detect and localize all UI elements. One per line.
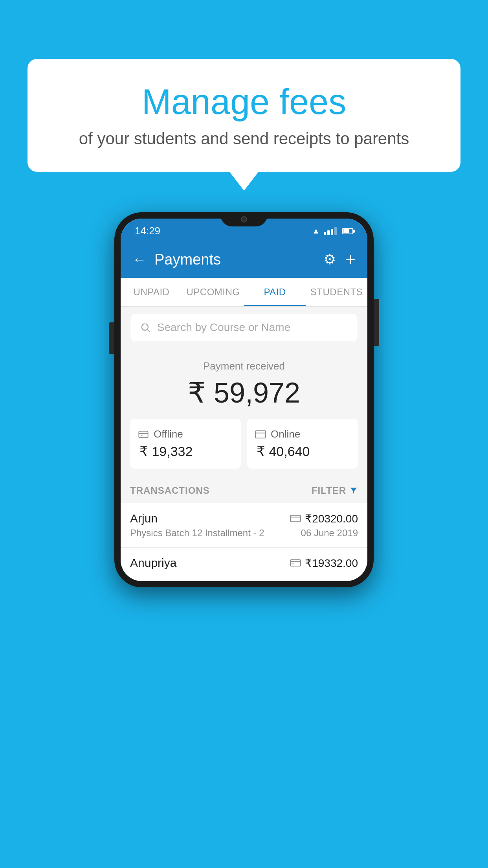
svg-point-0 (142, 324, 148, 330)
payment-summary: Payment received ₹ 59,972 (121, 348, 367, 478)
notch-camera (241, 216, 247, 223)
online-label: Online (271, 428, 300, 440)
header-right: ⚙ + (323, 250, 356, 269)
bubble-subtitle: of your students and send receipts to pa… (59, 129, 429, 148)
bubble-title: Manage fees (59, 83, 429, 121)
settings-button[interactable]: ⚙ (323, 251, 336, 268)
phone-notch (220, 212, 268, 226)
transaction-date-1: 06 June 2019 (301, 528, 358, 539)
background: Manage fees of your students and send re… (0, 0, 488, 868)
transaction-name-2: Anupriya (130, 556, 176, 570)
filter-icon (349, 486, 358, 495)
svg-rect-10 (290, 560, 301, 566)
tab-students[interactable]: STUDENTS (306, 278, 367, 306)
search-box[interactable]: Search by Course or Name (130, 314, 358, 341)
phone-screen: 14:29 ▲ (121, 219, 367, 581)
online-icon (255, 429, 266, 440)
search-container: Search by Course or Name (121, 307, 367, 348)
back-button[interactable]: ← (132, 251, 147, 268)
svg-rect-5 (255, 430, 266, 438)
transaction-row[interactable]: Anupriya ₹19332.00 (121, 548, 367, 581)
offline-amount: ₹ 19,332 (138, 443, 233, 459)
payment-total: ₹ 59,972 (130, 376, 358, 409)
filter-button[interactable]: FILTER (312, 485, 358, 496)
header-title: Payments (154, 251, 221, 268)
payment-cards: Offline ₹ 19,332 (130, 419, 358, 469)
transaction-course-1: Physics Batch 12 Installment - 2 (130, 528, 264, 539)
speech-bubble-container: Manage fees of your students and send re… (28, 59, 460, 172)
phone-outer: 14:29 ▲ (114, 212, 374, 587)
status-icons: ▲ (312, 226, 353, 235)
signal-icon (324, 227, 337, 235)
status-time: 14:29 (135, 225, 160, 237)
tab-unpaid[interactable]: UNPAID (121, 278, 182, 306)
payment-received-label: Payment received (130, 360, 358, 372)
online-amount: ₹ 40,640 (255, 443, 350, 459)
transactions-header: TRANSACTIONS FILTER (121, 478, 367, 503)
svg-line-1 (147, 329, 150, 332)
search-icon (140, 322, 151, 333)
svg-rect-8 (290, 515, 301, 522)
svg-marker-7 (350, 488, 357, 494)
offline-label: Offline (154, 428, 183, 440)
svg-rect-2 (139, 431, 148, 437)
wifi-icon: ▲ (312, 226, 320, 235)
tab-upcoming[interactable]: UPCOMING (182, 278, 244, 306)
speech-bubble: Manage fees of your students and send re… (28, 59, 460, 172)
transactions-label: TRANSACTIONS (130, 485, 210, 496)
transaction-row[interactable]: Arjun ₹20320.00 Physics Batch 12 Install… (121, 503, 367, 548)
header-left: ← Payments (132, 251, 221, 268)
app-header: ← Payments ⚙ + (121, 241, 367, 278)
phone-mockup: 14:29 ▲ (114, 212, 374, 587)
battery-icon (342, 228, 353, 234)
transaction-name-1: Arjun (130, 512, 158, 525)
online-payment-icon (290, 515, 301, 522)
transaction-amount-1: ₹20320.00 (305, 512, 358, 525)
online-card: Online ₹ 40,640 (247, 419, 358, 469)
tab-paid[interactable]: PAID (244, 278, 306, 306)
tabs-container: UNPAID UPCOMING PAID STUDENTS (121, 278, 367, 307)
transaction-amount-2: ₹19332.00 (305, 557, 358, 570)
filter-label: FILTER (312, 485, 346, 496)
search-placeholder: Search by Course or Name (157, 321, 290, 334)
offline-icon (138, 429, 149, 440)
offline-card: Offline ₹ 19,332 (130, 419, 241, 469)
add-button[interactable]: + (345, 250, 356, 269)
offline-payment-icon (290, 559, 301, 567)
